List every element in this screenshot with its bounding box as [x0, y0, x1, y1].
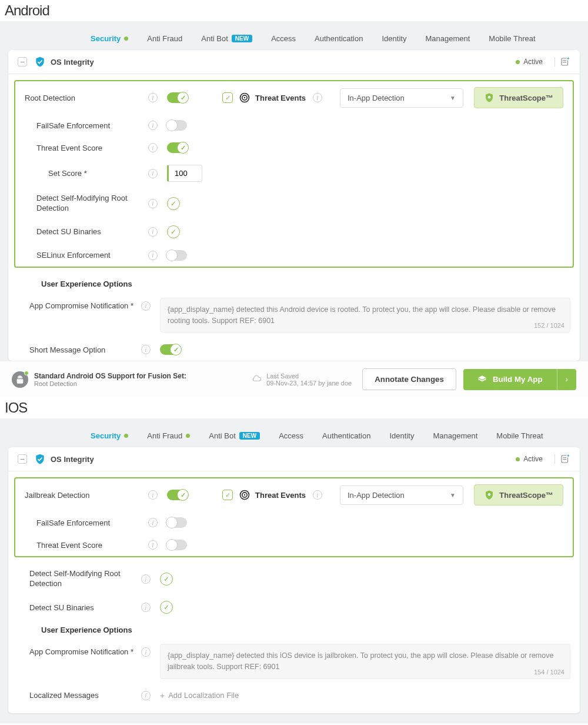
su-bin-check[interactable]: ✓: [167, 225, 180, 238]
add-note-icon[interactable]: +: [560, 454, 570, 464]
tab-anti-fraud[interactable]: Anti Fraud: [147, 431, 190, 440]
info-icon[interactable]: i: [141, 691, 151, 700]
ios-footer: Standard iOS Support for Fusion Set: Jai…: [0, 723, 588, 725]
status-badge: Active: [516, 58, 543, 66]
new-badge: NEW: [232, 35, 252, 42]
tab-authentication[interactable]: Authentication: [315, 34, 363, 43]
info-icon[interactable]: i: [148, 251, 158, 260]
tab-mobile-threat[interactable]: Mobile Threat: [496, 431, 543, 440]
tab-anti-bot[interactable]: Anti BotNEW: [201, 34, 252, 43]
tab-management[interactable]: Management: [425, 34, 470, 43]
tab-anti-fraud[interactable]: Anti Fraud: [147, 34, 182, 43]
info-icon[interactable]: i: [148, 518, 158, 527]
os-integrity-card: – OS Integrity Active + Root Detection i…: [8, 50, 580, 361]
new-badge: NEW: [239, 432, 260, 440]
collapse-button[interactable]: –: [18, 454, 27, 464]
score-input[interactable]: [167, 165, 202, 182]
selinux-label: SELinux Enforcement: [25, 251, 148, 260]
info-icon[interactable]: i: [148, 121, 158, 130]
self-mod-check[interactable]: ✓: [160, 573, 173, 586]
info-icon[interactable]: i: [148, 490, 158, 500]
detection-select[interactable]: In-App Detection▼: [340, 485, 463, 505]
os-integrity-card: – OS Integrity Active + Jailbreak Detect…: [8, 447, 580, 713]
tab-management[interactable]: Management: [433, 431, 477, 440]
notification-textarea[interactable]: {app_display_name} detected this iOS dev…: [160, 644, 570, 679]
selinux-toggle[interactable]: [167, 250, 187, 261]
platform-label-ios: IOS: [0, 397, 588, 418]
ux-options-heading: User Experience Options: [8, 274, 580, 292]
threat-events-label: Threat Events: [255, 94, 306, 102]
tab-identity[interactable]: Identity: [382, 34, 406, 43]
svg-point-10: [21, 377, 21, 377]
last-saved: Last Saved09-Nov-23, 14:57 by jane doe: [251, 373, 352, 387]
info-icon[interactable]: i: [148, 540, 158, 550]
info-icon[interactable]: i: [148, 227, 158, 237]
tab-access[interactable]: Access: [279, 431, 303, 440]
notif-label: App Compromise Notification *: [18, 644, 141, 656]
threat-events-check[interactable]: ✓: [222, 92, 233, 103]
android-footer: Standard Android OS Support for Fusion S…: [0, 361, 588, 397]
threatscope-button[interactable]: ThreatScope™: [474, 484, 563, 505]
short-msg-toggle[interactable]: [160, 344, 180, 355]
tab-access[interactable]: Access: [271, 34, 296, 43]
info-icon[interactable]: i: [141, 345, 151, 354]
status-dot-icon: [24, 371, 29, 375]
plus-icon: +: [160, 691, 165, 700]
info-icon[interactable]: i: [313, 93, 322, 102]
notif-label: App Compromise Notification *: [18, 298, 141, 310]
threatscope-button[interactable]: ThreatScope™: [474, 87, 563, 108]
threat-score-toggle[interactable]: [167, 540, 187, 550]
info-icon[interactable]: i: [148, 93, 158, 102]
failsafe-toggle[interactable]: [167, 120, 187, 131]
tab-authentication[interactable]: Authentication: [322, 431, 370, 440]
tab-mobile-threat[interactable]: Mobile Threat: [489, 34, 535, 43]
failsafe-label: FailSafe Enforcement: [25, 518, 148, 527]
cloud-sync-icon: [251, 374, 262, 385]
set-score-label: Set Score *: [25, 169, 148, 178]
status-dot-icon: [186, 434, 190, 438]
info-icon[interactable]: i: [141, 574, 151, 584]
threat-events-check[interactable]: ✓: [222, 490, 233, 500]
collapse-button[interactable]: –: [18, 57, 27, 66]
build-app-button[interactable]: Build My App ›: [463, 369, 576, 390]
info-icon[interactable]: i: [148, 143, 158, 152]
detection-select[interactable]: In-App Detection▼: [340, 88, 463, 108]
localized-label: Localized Messages: [18, 691, 141, 700]
self-mod-label: Detect Self-Modifying Root Detection: [25, 194, 148, 214]
info-icon[interactable]: i: [141, 301, 151, 311]
tab-security[interactable]: Security: [91, 34, 128, 43]
info-icon[interactable]: i: [313, 490, 322, 500]
notification-textarea[interactable]: {app_display_name} detected this Android…: [160, 298, 570, 333]
chevron-right-icon: ›: [557, 369, 576, 390]
footer-subtitle: Root Detection: [34, 380, 186, 387]
svg-point-18: [244, 494, 246, 496]
svg-point-19: [488, 493, 491, 496]
root-detection-toggle[interactable]: [167, 92, 187, 103]
threat-score-toggle[interactable]: [167, 142, 187, 153]
add-localization-button[interactable]: +Add Localization File: [160, 691, 239, 700]
tab-anti-bot[interactable]: Anti BotNEW: [209, 431, 260, 440]
self-mod-label: Detect Self-Modifying Root Detection: [18, 569, 141, 589]
feature-highlight-box: Root Detection i ✓ Threat Events i In-Ap…: [14, 80, 574, 268]
status-dot-icon: [516, 60, 520, 64]
svg-point-8: [488, 96, 491, 99]
info-icon[interactable]: i: [141, 647, 151, 657]
jailbreak-detection-toggle[interactable]: [167, 490, 187, 500]
divider: [554, 454, 555, 464]
card-title: OS Integrity: [51, 455, 516, 464]
tab-security[interactable]: Security: [91, 431, 128, 440]
platform-label-android: Android: [0, 0, 588, 21]
card-title: OS Integrity: [51, 58, 516, 66]
tab-identity[interactable]: Identity: [389, 431, 414, 440]
add-note-icon[interactable]: +: [560, 56, 570, 67]
annotate-changes-button[interactable]: Annotate Changes: [362, 368, 456, 390]
self-mod-check[interactable]: ✓: [167, 197, 180, 210]
status-dot-icon: [516, 457, 520, 461]
failsafe-toggle[interactable]: [167, 517, 187, 528]
jailbreak-detection-label: Jailbreak Detection: [25, 491, 148, 500]
info-icon[interactable]: i: [148, 199, 158, 208]
info-icon[interactable]: i: [148, 169, 158, 178]
svg-text:+: +: [567, 454, 570, 458]
su-bin-check[interactable]: ✓: [160, 601, 173, 614]
info-icon[interactable]: i: [141, 603, 151, 612]
